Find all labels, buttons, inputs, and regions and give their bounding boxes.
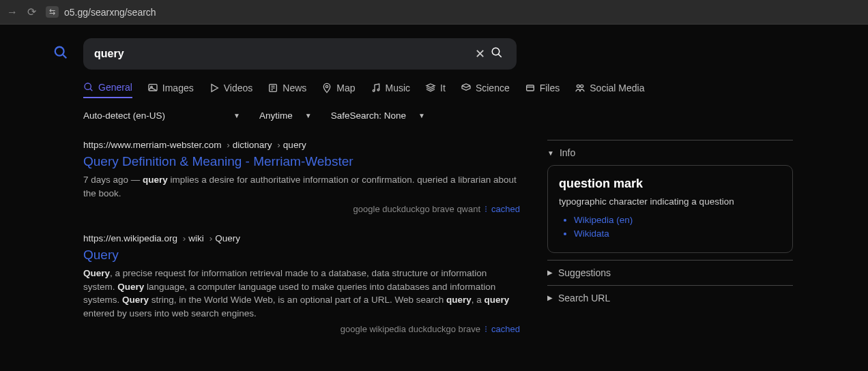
triangle-right-icon: ▶ [547, 294, 553, 301]
more-icon[interactable]: ⁝ [484, 204, 487, 214]
result-engines: google duckduckgo brave qwant⁝cached [83, 204, 520, 214]
results-list: https://www.merriam-webster.com ›diction… [83, 140, 520, 353]
clear-icon[interactable]: ✕ [472, 44, 488, 64]
svg-point-2 [492, 48, 500, 55]
tab-label: It [440, 83, 446, 93]
chevron-down-icon: ▼ [233, 112, 240, 119]
chevron-down-icon: ▼ [418, 112, 425, 119]
result-title[interactable]: Query [83, 248, 520, 263]
forward-icon[interactable]: → [7, 6, 18, 18]
sidebar-label: Search URL [558, 293, 610, 303]
filter-time[interactable]: Anytime ▼ [259, 110, 312, 121]
svg-point-13 [326, 85, 328, 87]
filter-label: SafeSearch: None [331, 110, 406, 121]
triangle-down-icon: ▼ [547, 149, 554, 157]
svg-line-1 [63, 55, 67, 59]
tab-label: News [283, 83, 306, 93]
filter-label: Auto-detect (en-US) [83, 110, 165, 121]
chevron-down-icon: ▼ [305, 112, 312, 119]
tab-general[interactable]: General [83, 82, 132, 98]
tab-label: Files [540, 83, 560, 93]
category-tabs: General Images Videos News Map Music [83, 82, 807, 98]
svg-point-14 [373, 90, 375, 92]
search-input[interactable] [94, 48, 472, 60]
search-box: ✕ [83, 38, 517, 70]
result-engines: google wikipedia duckduckgo brave⁝cached [83, 324, 520, 334]
sidebar-label: Suggestions [558, 267, 611, 278]
search-icon[interactable] [488, 44, 506, 65]
reload-icon[interactable]: ⟳ [27, 5, 36, 18]
triangle-right-icon: ▶ [547, 269, 553, 276]
url-text: o5.gg/searxng/search [64, 7, 156, 18]
filter-language[interactable]: Auto-detect (en-US) ▼ [83, 110, 240, 121]
browser-chrome: → ⟳ ⇆ o5.gg/searxng/search [0, 0, 868, 25]
sidebar-suggestions: ▶ Suggestions [547, 260, 793, 285]
sidebar: ▼ Info question mark typographic charact… [547, 140, 793, 353]
search-result: https://en.wikipedia.org ›wiki ›Query Qu… [83, 233, 520, 334]
site-logo[interactable] [53, 45, 68, 62]
result-breadcrumb[interactable]: https://en.wikipedia.org ›wiki ›Query [83, 233, 520, 243]
svg-line-3 [498, 54, 502, 57]
sidebar-suggestions-header[interactable]: ▶ Suggestions [547, 267, 793, 278]
infobox-title: question mark [559, 177, 781, 191]
result-title[interactable]: Query Definition & Meaning - Merriam-Web… [83, 154, 520, 169]
cached-link[interactable]: cached [491, 204, 520, 214]
tab-videos[interactable]: Videos [209, 83, 253, 98]
filter-label: Anytime [259, 110, 293, 121]
tab-label: Map [336, 83, 355, 93]
sidebar-info: ▼ Info question mark typographic charact… [547, 140, 793, 260]
tab-science[interactable]: Science [461, 83, 510, 98]
sidebar-label: Info [560, 147, 575, 158]
url-bar[interactable]: ⇆ o5.gg/searxng/search [46, 6, 861, 18]
tab-label: Images [162, 83, 194, 93]
tab-news[interactable]: News [267, 83, 306, 98]
tab-label: Social Media [590, 83, 644, 93]
infobox-desc: typographic character indicating a quest… [559, 196, 781, 207]
tab-social[interactable]: Social Media [575, 83, 644, 98]
tab-map[interactable]: Map [321, 83, 355, 98]
svg-point-0 [55, 47, 64, 56]
tab-it[interactable]: It [425, 83, 446, 98]
tab-label: General [98, 82, 132, 93]
search-result: https://www.merriam-webster.com ›diction… [83, 140, 520, 214]
sidebar-searchurl: ▶ Search URL [547, 285, 793, 310]
sidebar-searchurl-header[interactable]: ▶ Search URL [547, 293, 793, 303]
svg-point-15 [377, 89, 379, 91]
page: ✕ General Images Videos News [0, 25, 868, 371]
filters: Auto-detect (en-US) ▼ Anytime ▼ SafeSear… [83, 110, 807, 121]
result-snippet: 7 days ago — query implies a desire for … [83, 173, 520, 200]
more-icon[interactable]: ⁝ [484, 324, 487, 334]
tab-label: Music [386, 83, 411, 93]
svg-line-5 [90, 89, 92, 91]
result-snippet: Query, a precise request for information… [83, 267, 520, 320]
tab-label: Videos [224, 83, 253, 93]
result-breadcrumb[interactable]: https://www.merriam-webster.com ›diction… [83, 140, 520, 150]
svg-marker-8 [212, 85, 218, 92]
tab-images[interactable]: Images [147, 83, 194, 98]
site-info-icon[interactable]: ⇆ [46, 6, 59, 18]
sidebar-info-header[interactable]: ▼ Info [547, 147, 793, 158]
svg-point-4 [85, 83, 91, 89]
svg-point-18 [577, 85, 580, 87]
tab-label: Science [476, 83, 510, 93]
svg-point-19 [581, 85, 583, 87]
infobox-links: Wikipedia (en) Wikidata [574, 213, 781, 241]
filter-safesearch[interactable]: SafeSearch: None ▼ [331, 110, 425, 121]
tab-files[interactable]: Files [525, 83, 560, 98]
infobox: question mark typographic character indi… [547, 165, 793, 253]
svg-rect-16 [526, 85, 534, 91]
infobox-link[interactable]: Wikipedia (en) [574, 213, 781, 227]
infobox-link[interactable]: Wikidata [574, 227, 781, 241]
tab-music[interactable]: Music [371, 83, 411, 98]
cached-link[interactable]: cached [491, 324, 520, 334]
